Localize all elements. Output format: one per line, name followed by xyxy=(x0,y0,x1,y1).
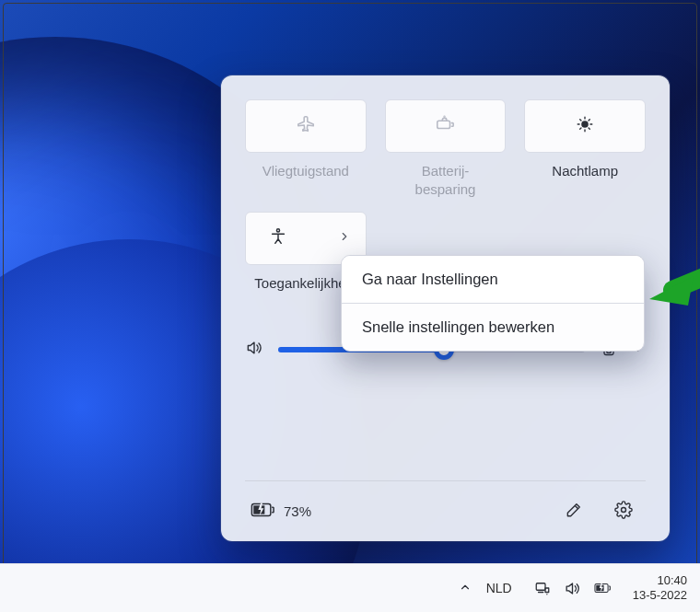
svg-rect-9 xyxy=(536,583,545,591)
context-menu-go-to-settings[interactable]: Ga naar Instellingen xyxy=(342,256,644,303)
taskbar-clock[interactable]: 10:40 13-5-2022 xyxy=(633,573,687,604)
context-menu-edit-quick-settings[interactable]: Snelle instellingen bewerken xyxy=(342,304,644,351)
context-menu: Ga naar Instellingen Snelle instellingen… xyxy=(341,255,645,352)
airplane-mode-button[interactable] xyxy=(245,99,367,153)
night-light-button[interactable] xyxy=(524,99,646,153)
airplane-mode-label: Vliegtuigstand xyxy=(262,162,349,199)
system-tray[interactable] xyxy=(527,574,618,603)
night-light-label: Nachtlamp xyxy=(552,162,618,199)
svg-point-2 xyxy=(582,121,588,127)
tile-airplane-mode: Vliegtuigstand xyxy=(245,99,367,199)
airplane-icon xyxy=(296,114,316,138)
network-icon xyxy=(534,580,551,596)
night-light-icon xyxy=(575,114,595,138)
battery-saver-icon xyxy=(435,114,455,138)
chevron-right-icon xyxy=(338,230,351,247)
tile-night-light: Nachtlamp xyxy=(524,99,646,199)
battery-saver-button[interactable] xyxy=(385,99,507,153)
battery-charging-icon xyxy=(251,502,274,521)
footer-actions xyxy=(557,495,640,528)
battery-saver-label: Batterij- besparing xyxy=(415,162,476,199)
speaker-icon[interactable] xyxy=(245,339,263,361)
tray-overflow-button[interactable] xyxy=(459,581,472,596)
settings-button[interactable] xyxy=(607,495,640,528)
taskbar-time: 10:40 xyxy=(657,573,687,588)
speaker-icon xyxy=(564,580,581,597)
svg-point-3 xyxy=(276,229,279,232)
quick-settings-footer: 73% xyxy=(245,480,646,541)
chevron-up-icon xyxy=(459,583,472,596)
taskbar: NLD 10:40 13-5-2022 xyxy=(0,563,700,612)
accessibility-icon xyxy=(268,226,288,250)
svg-point-1 xyxy=(445,116,446,117)
tile-battery-saver: Batterij- besparing xyxy=(385,99,507,199)
svg-rect-0 xyxy=(438,121,450,128)
taskbar-date: 13-5-2022 xyxy=(633,588,687,603)
edit-quick-settings-button[interactable] xyxy=(557,495,590,528)
svg-point-8 xyxy=(622,507,626,512)
battery-icon xyxy=(594,580,611,596)
battery-percent: 73% xyxy=(284,503,311,519)
gear-icon xyxy=(614,501,633,523)
quick-settings-panel: Vliegtuigstand Batterij- besparing Nacht… xyxy=(221,75,670,541)
pencil-icon xyxy=(565,501,583,523)
battery-status[interactable]: 73% xyxy=(251,502,311,521)
ime-indicator[interactable]: NLD xyxy=(486,581,512,595)
